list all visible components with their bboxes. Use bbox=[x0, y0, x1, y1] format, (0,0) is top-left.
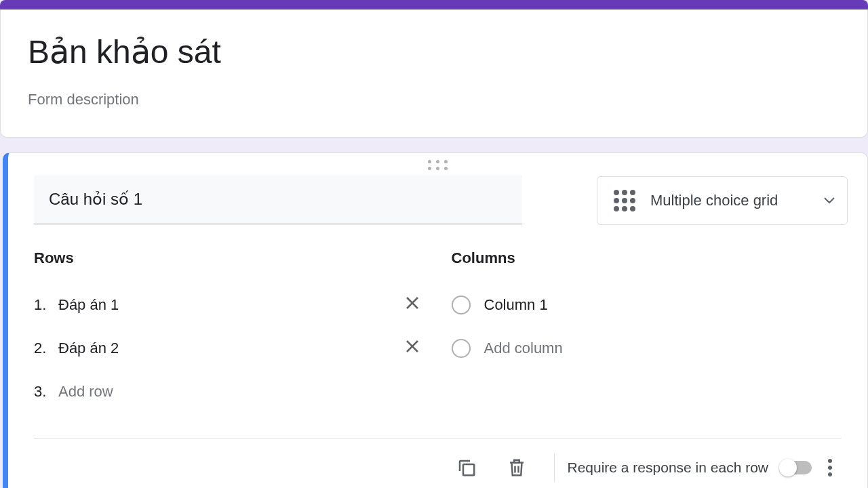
question-card: Multiple choice grid Rows 1. Đáp án 1 2. bbox=[3, 152, 868, 488]
remove-row-button[interactable] bbox=[400, 291, 425, 319]
radio-icon bbox=[452, 339, 471, 358]
form-title[interactable]: Bản khảo sát bbox=[28, 33, 840, 72]
divider bbox=[34, 438, 842, 439]
column-item: Column 1 bbox=[452, 283, 842, 327]
grid-icon bbox=[614, 190, 635, 211]
row-number: 1. bbox=[34, 296, 58, 314]
row-number: 3. bbox=[34, 383, 58, 401]
add-column-item[interactable]: Add column bbox=[452, 327, 842, 370]
question-toolbar: Require a response in each row bbox=[34, 451, 842, 485]
rows-column: Rows 1. Đáp án 1 2. Đáp án 2 3. bbox=[34, 249, 425, 413]
column-label-input[interactable]: Column 1 bbox=[484, 296, 842, 314]
add-row-item[interactable]: 3. Add row bbox=[34, 370, 425, 413]
add-column-label: Add column bbox=[484, 340, 842, 357]
duplicate-button[interactable] bbox=[441, 451, 492, 485]
question-type-label: Multiple choice grid bbox=[650, 192, 809, 209]
row-number: 2. bbox=[34, 340, 58, 357]
delete-button[interactable] bbox=[492, 451, 542, 485]
form-header-card: Bản khảo sát Form description bbox=[0, 9, 868, 138]
question-type-selector[interactable]: Multiple choice grid bbox=[597, 176, 848, 225]
more-options-button[interactable] bbox=[818, 452, 842, 483]
svg-rect-0 bbox=[463, 464, 474, 475]
rows-header: Rows bbox=[34, 249, 425, 267]
chevron-down-icon bbox=[824, 195, 835, 207]
form-accent-bar bbox=[0, 0, 868, 9]
require-response-label: Require a response in each row bbox=[567, 460, 768, 476]
columns-header: Columns bbox=[452, 249, 842, 267]
row-item: 2. Đáp án 2 bbox=[34, 327, 425, 370]
row-label-input[interactable]: Đáp án 2 bbox=[58, 340, 400, 357]
add-row-label: Add row bbox=[58, 383, 425, 401]
row-item: 1. Đáp án 1 bbox=[34, 283, 425, 327]
vertical-divider bbox=[554, 453, 555, 482]
question-text-input[interactable] bbox=[34, 175, 522, 224]
require-response-toggle[interactable] bbox=[781, 461, 812, 474]
form-description[interactable]: Form description bbox=[28, 91, 840, 108]
remove-row-button[interactable] bbox=[400, 334, 425, 363]
radio-icon bbox=[452, 296, 471, 314]
row-label-input[interactable]: Đáp án 1 bbox=[58, 296, 400, 314]
columns-column: Columns Column 1 Add column bbox=[452, 249, 842, 413]
drag-handle-icon[interactable] bbox=[34, 153, 842, 174]
